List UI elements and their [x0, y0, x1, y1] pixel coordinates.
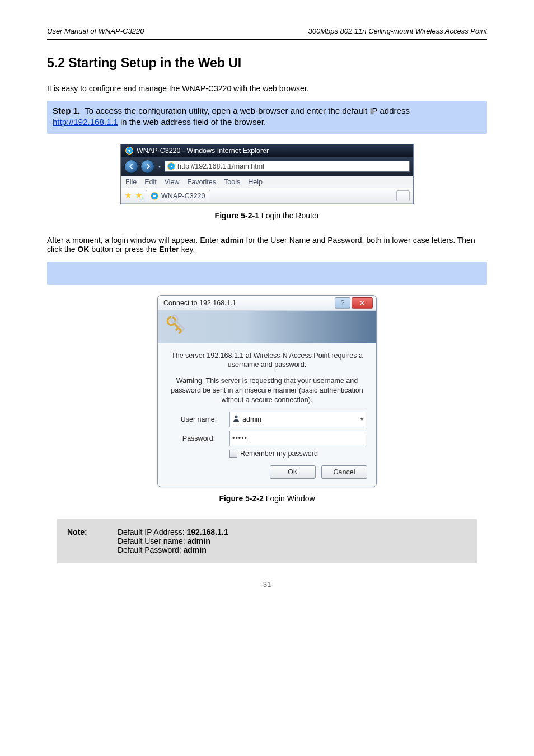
remember-label: Remember my password: [240, 450, 318, 458]
figure-1-caption-text: Login the Router: [259, 211, 319, 220]
dialog-banner: [158, 311, 376, 343]
browser-title-text: WNAP-C3220 - Windows Internet Explorer: [137, 147, 269, 155]
username-label: User name:: [168, 416, 229, 423]
figure-1-number: Figure 5-2-1: [215, 211, 259, 220]
figure-2-number: Figure 5-2-2: [219, 494, 263, 503]
figure-2-caption-text: Login Window: [264, 494, 315, 503]
tab-row: ★ ★+ WNAP-C3220: [121, 188, 413, 204]
browser-nav-row: ▾ http://192.168.1.1/main.html: [121, 157, 413, 176]
note-body: Default IP Address: 192.168.1.1 Default …: [118, 528, 228, 554]
between-paragraph: After a moment, a login window will appe…: [47, 236, 487, 254]
password-label: Password:: [168, 435, 229, 442]
intro-paragraph: It is easy to configure and manage the W…: [47, 84, 487, 93]
page-header: User Manual of WNAP-C3220 300Mbps 802.11…: [47, 27, 487, 35]
figure-1: WNAP-C3220 - Windows Internet Explorer ▾…: [47, 144, 487, 204]
username-value: admin: [242, 416, 261, 423]
menu-edit[interactable]: Edit: [144, 178, 157, 186]
tab-favicon-icon: [151, 192, 158, 200]
figure-1-caption: Figure 5-2-1 Login the Router: [47, 211, 487, 220]
dialog-titlebar: Connect to 192.168.1.1 ? ✕: [158, 296, 376, 311]
step-1-text-before: To access the configuration utility, ope…: [85, 106, 410, 115]
keys-icon: [165, 314, 188, 339]
forward-button[interactable]: [140, 160, 154, 174]
step-1-box: Step 1. To access the configuration util…: [47, 101, 487, 134]
browser-titlebar: WNAP-C3220 - Windows Internet Explorer: [121, 144, 413, 157]
back-button[interactable]: [124, 160, 138, 174]
svg-point-2: [235, 416, 237, 418]
dialog-paragraph-1: The server 192.168.1.1 at Wireless-N Acc…: [168, 351, 366, 370]
step-1-label: Step 1.: [53, 106, 80, 115]
note-box: Note: Default IP Address: 192.168.1.1 De…: [57, 519, 477, 563]
menu-favorites[interactable]: Favorites: [188, 178, 216, 186]
remember-checkbox[interactable]: [229, 450, 237, 458]
ok-button[interactable]: OK: [270, 465, 316, 479]
user-icon: [232, 414, 240, 424]
add-favorites-icon[interactable]: ★+: [135, 190, 142, 200]
browser-window: WNAP-C3220 - Windows Internet Explorer ▾…: [120, 144, 414, 204]
help-button[interactable]: ?: [335, 297, 350, 309]
username-field[interactable]: admin: [229, 412, 366, 427]
blue-spacer-box: [47, 262, 487, 285]
browser-menu-bar: File Edit View Favorites Tools Help: [121, 176, 413, 188]
menu-tools[interactable]: Tools: [224, 178, 240, 186]
close-button[interactable]: ✕: [352, 297, 373, 309]
menu-help[interactable]: Help: [248, 178, 263, 186]
ip-link[interactable]: http://192.168.1.1: [53, 117, 118, 127]
tab-title: WNAP-C3220: [161, 192, 205, 200]
menu-file[interactable]: File: [125, 178, 137, 186]
nav-dropdown[interactable]: ▾: [157, 160, 162, 172]
url-field[interactable]: http://192.168.1.1/main.html: [165, 161, 410, 172]
password-value: •••••: [232, 435, 247, 442]
url-favicon-icon: [167, 162, 175, 170]
dialog-title-text: Connect to 192.168.1.1: [163, 299, 236, 307]
figure-2-caption: Figure 5-2-2 Login Window: [47, 494, 487, 503]
figure-2: Connect to 192.168.1.1 ? ✕ The ser: [47, 295, 487, 487]
ie-icon: [125, 147, 133, 155]
password-field[interactable]: •••••: [229, 431, 366, 446]
url-text: http://192.168.1.1/main.html: [177, 162, 264, 170]
page-number: -31-: [47, 580, 487, 589]
dialog-body: The server 192.168.1.1 at Wireless-N Acc…: [158, 343, 376, 463]
favorites-star-icon[interactable]: ★: [124, 190, 132, 200]
note-label: Note:: [67, 528, 101, 536]
step-1-text-after: in the web address field of the browser.: [118, 117, 266, 127]
header-right: 300Mbps 802.11n Ceiling-mount Wireless A…: [308, 27, 487, 35]
dialog-paragraph-2: Warning: This server is requesting that …: [168, 376, 366, 405]
cancel-button[interactable]: Cancel: [321, 465, 367, 479]
browser-tab[interactable]: WNAP-C3220: [146, 190, 210, 202]
header-rule: [47, 39, 487, 40]
new-tab-button[interactable]: [396, 190, 410, 201]
section-heading: 5.2 Starting Setup in the Web UI: [47, 55, 487, 71]
auth-dialog: Connect to 192.168.1.1 ? ✕ The ser: [157, 295, 377, 487]
menu-view[interactable]: View: [165, 178, 180, 186]
header-left: User Manual of WNAP-C3220: [47, 27, 144, 35]
